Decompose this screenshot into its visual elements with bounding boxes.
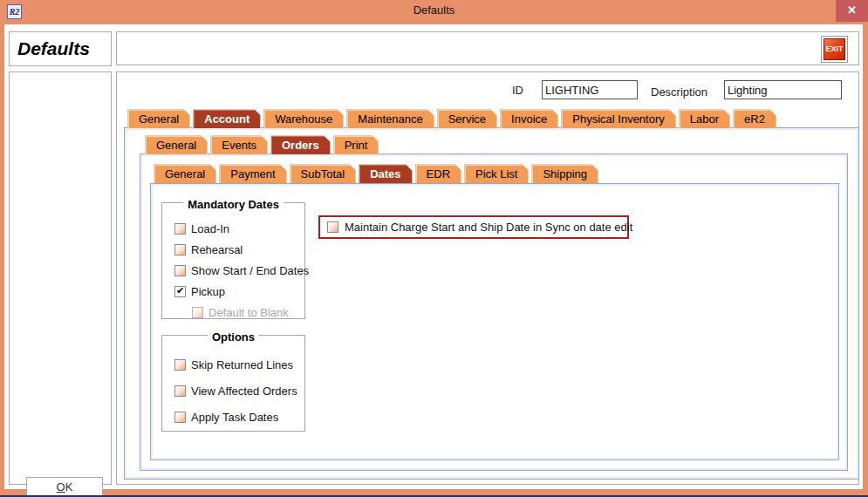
window-title: Defaults — [0, 0, 868, 23]
highlighted-option-box: Maintain Charge Start and Ship Date in S… — [318, 215, 629, 239]
ok-label-rest: K — [65, 480, 73, 494]
checkbox-row: View Affected Orders — [162, 385, 304, 398]
checkbox-row: Pickup — [162, 285, 304, 298]
checkbox-label: Default to Blank — [208, 306, 289, 319]
tab-er2[interactable]: eR2 — [733, 109, 776, 128]
checkbox-rehearsal[interactable] — [174, 244, 186, 255]
tab-events[interactable]: Events — [210, 135, 268, 154]
ok-button[interactable]: OK — [26, 477, 103, 497]
tab-subtotal[interactable]: SubTotal — [290, 164, 357, 183]
checkbox-view-affected-orders[interactable] — [174, 385, 186, 397]
toolbar: EXIT — [116, 31, 859, 65]
group-title-text: Options — [208, 330, 259, 344]
close-button[interactable]: ✕ — [836, 0, 868, 22]
page-title: Defaults — [10, 32, 111, 59]
checkbox-row: Skip Returned Lines — [162, 358, 304, 371]
tab-general[interactable]: General — [127, 109, 190, 128]
checkbox-row: Default to Blank — [162, 306, 304, 319]
tab-physical-inventory[interactable]: Physical Inventory — [561, 109, 676, 128]
tabs-level2: GeneralEventsOrdersPrint — [145, 135, 381, 154]
r2-app-icon: R2 — [7, 4, 22, 19]
tab-payment[interactable]: Payment — [219, 164, 286, 183]
checkbox-label: Show Start / End Dates — [191, 264, 309, 277]
checkbox-show-start-end-dates[interactable] — [174, 265, 186, 276]
checkbox-label: Apply Task Dates — [191, 411, 278, 424]
checkbox-label: Maintain Charge Start and Ship Date in S… — [345, 221, 632, 234]
tab-print[interactable]: Print — [333, 135, 379, 154]
checkbox-row: Rehearsal — [162, 243, 304, 256]
checkbox-row: Show Start / End Dates — [162, 264, 304, 277]
group-title-text: Mandatory Dates — [183, 198, 284, 211]
checkbox-label: Rehearsal — [191, 243, 243, 256]
checkbox-maintain-charge-sync[interactable] — [327, 221, 338, 233]
checkbox-load-in[interactable] — [174, 223, 186, 235]
checkbox-label: View Affected Orders — [191, 385, 297, 398]
checkbox-default-to-blank — [192, 307, 203, 318]
side-panel: OK Cancel — [9, 71, 112, 485]
checkbox-label: Load-In — [191, 222, 229, 235]
titlebar: Defaults R2 ✕ — [0, 0, 868, 23]
checkbox-apply-task-dates[interactable] — [174, 412, 186, 423]
tab-general[interactable]: General — [145, 135, 208, 154]
tab-service[interactable]: Service — [437, 109, 497, 128]
tab-dates[interactable]: Dates — [359, 164, 412, 183]
group-mandatory-dates: Mandatory Dates Load-InRehearsalShow Sta… — [161, 202, 305, 319]
options-list: Skip Returned LinesView Affected OrdersA… — [162, 358, 304, 424]
checkbox-skip-returned-lines[interactable] — [174, 359, 186, 371]
ok-label-underline: O — [57, 480, 65, 494]
checkbox-row: Load-In — [162, 222, 304, 235]
tab-invoice[interactable]: Invoice — [500, 109, 558, 128]
tabs-level3: GeneralPaymentSubTotalDatesEDRPick ListS… — [154, 164, 601, 183]
description-label: Description — [651, 85, 707, 99]
checkbox-row: Apply Task Dates — [162, 411, 304, 424]
defaults-window: Defaults R2 ✕ Defaults OK Cancel EXIT ID… — [0, 0, 868, 497]
tab-general[interactable]: General — [154, 164, 216, 183]
id-label: ID — [512, 84, 523, 97]
tab-edr[interactable]: EDR — [415, 164, 461, 183]
close-icon: ✕ — [847, 3, 857, 17]
window-body: Defaults OK Cancel EXIT ID Description G… — [4, 24, 863, 489]
tab-pick-list[interactable]: Pick List — [464, 164, 529, 183]
checkbox-label: Pickup — [191, 285, 225, 298]
mandatory-dates-list: Load-InRehearsalShow Start / End DatesPi… — [162, 222, 304, 319]
tabs-level1: GeneralAccountWarehouseMaintenanceServic… — [127, 109, 779, 128]
checkbox-label: Skip Returned Lines — [191, 358, 293, 371]
tab-warehouse[interactable]: Warehouse — [263, 109, 344, 128]
description-input[interactable] — [724, 80, 842, 99]
group-options: Options Skip Returned LinesView Affected… — [161, 335, 305, 432]
id-input[interactable] — [542, 80, 638, 99]
tab-maintenance[interactable]: Maintenance — [346, 109, 434, 128]
tab-account[interactable]: Account — [193, 109, 261, 128]
tab-labor[interactable]: Labor — [679, 109, 730, 128]
group-title: Options — [162, 329, 304, 344]
exit-button[interactable]: EXIT — [821, 36, 848, 63]
group-title: Mandatory Dates — [162, 196, 304, 212]
page-title-box: Defaults — [9, 31, 112, 66]
exit-icon: EXIT — [824, 38, 845, 60]
tab-orders[interactable]: Orders — [270, 135, 331, 154]
tab-shipping[interactable]: Shipping — [531, 164, 598, 183]
checkbox-pickup[interactable] — [174, 286, 186, 297]
